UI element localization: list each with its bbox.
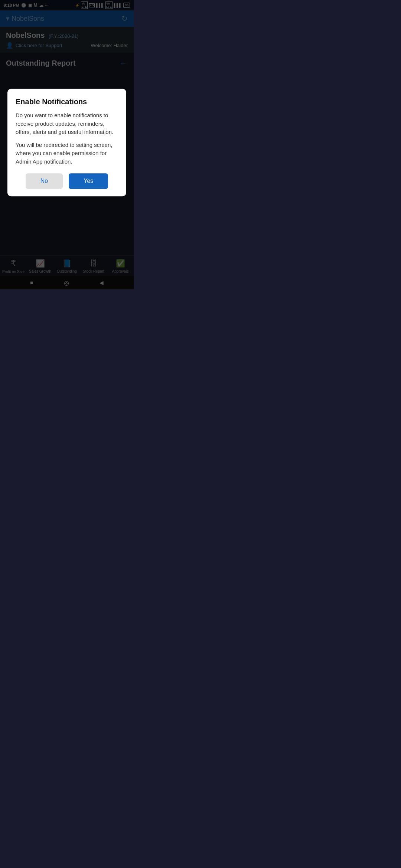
no-button[interactable]: No <box>26 173 63 189</box>
dialog-body: Do you want to enable notifications to r… <box>16 111 118 166</box>
yes-button[interactable]: Yes <box>69 173 108 189</box>
dialog-buttons: No Yes <box>16 173 118 189</box>
dialog-body-paragraph1: Do you want to enable notifications to r… <box>16 111 118 137</box>
dialog-body-paragraph2: You will be redirected to setting screen… <box>16 141 118 166</box>
enable-notifications-dialog: Enable Notifications Do you want to enab… <box>7 89 126 196</box>
dialog-title: Enable Notifications <box>16 98 118 106</box>
